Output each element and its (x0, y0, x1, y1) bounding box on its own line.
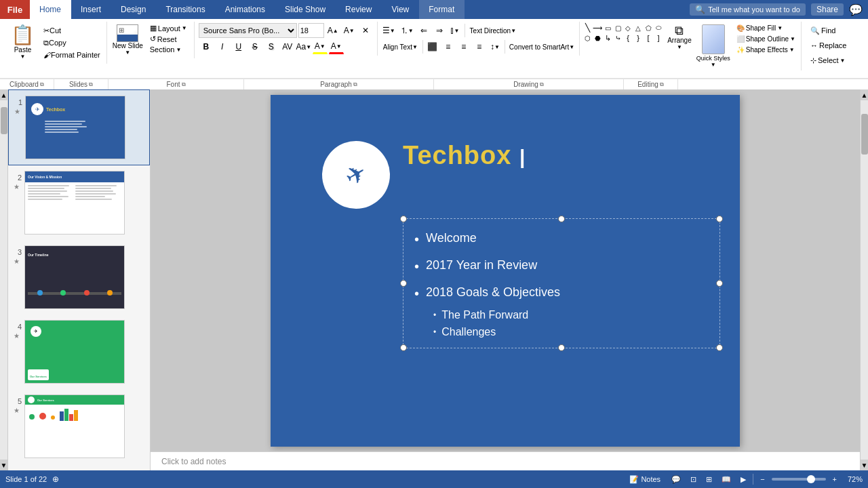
font-face-select[interactable]: Source Sans Pro (Bo... (199, 23, 297, 38)
slide-sorter-button[interactable]: ⊞ (703, 474, 715, 485)
find-button[interactable]: 🔍 Find (807, 23, 850, 38)
shape-fill-button[interactable]: 🎨 Shape Fill ▼ (734, 23, 798, 33)
clear-formatting-button[interactable]: ✕ (358, 23, 373, 38)
file-tab[interactable]: File (0, 0, 30, 19)
handle-tm[interactable] (558, 216, 565, 222)
paragraph-label[interactable]: Paragraph ⧉ (244, 79, 434, 89)
notes-button[interactable]: 📝 Notes (625, 474, 665, 485)
shape-roundrect[interactable]: ▢ (613, 23, 623, 33)
section-button[interactable]: Section ▼ (147, 45, 190, 54)
reading-view-button[interactable]: 📖 (719, 474, 734, 485)
slides-expander-icon[interactable]: ⧉ (89, 81, 93, 88)
normal-view-button[interactable]: ⊡ (688, 474, 699, 485)
comments-button[interactable]: 💬 (669, 474, 684, 485)
slide-thumb-1[interactable]: 1 ★ ✈ Techbox (8, 89, 150, 165)
handle-bl[interactable] (400, 344, 407, 351)
zoom-thumb[interactable] (807, 475, 815, 483)
numbering-button[interactable]: ⒈▼ (398, 23, 416, 38)
paste-button[interactable]: 📋 Paste ▼ (5, 23, 40, 62)
decrease-indent-button[interactable]: ⇐ (416, 23, 431, 38)
tab-design[interactable]: Design (111, 0, 156, 19)
char-spacing-button[interactable]: AV (280, 39, 295, 54)
replace-button[interactable]: ↔ Replace (807, 38, 850, 53)
slide-thumb-3[interactable]: 3 ★ Our Timeline (8, 240, 150, 314)
tab-format[interactable]: Format (419, 0, 465, 19)
font-expander-icon[interactable]: ⧉ (182, 81, 186, 88)
v-scroll-down-button[interactable]: ▼ (861, 460, 868, 470)
copy-button[interactable]: ⧉ Copy (41, 38, 102, 48)
tab-insert[interactable]: Insert (71, 0, 111, 19)
tab-transitions[interactable]: Transitions (156, 0, 215, 19)
slideshow-button[interactable]: ▶ (738, 474, 749, 485)
scroll-up-button[interactable]: ▲ (0, 89, 7, 100)
text-direction-button[interactable]: Text Direction ▼ (467, 23, 519, 38)
shape-outline-button[interactable]: ⬜ Shape Outline ▼ (734, 34, 798, 44)
shape-line[interactable]: ╲ (583, 23, 592, 33)
drawing-label[interactable]: Drawing ⧉ (434, 79, 624, 89)
slide-thumb-4[interactable]: 4 ★ Our Services ✈ (8, 314, 150, 389)
italic-button[interactable]: I (215, 39, 230, 54)
shape-diamond[interactable]: ◇ (623, 23, 633, 33)
zoom-slider[interactable] (772, 478, 826, 481)
tab-view[interactable]: View (382, 0, 419, 19)
editing-label[interactable]: Editing ⧉ (624, 79, 678, 89)
shape-more5[interactable]: { (623, 33, 633, 43)
tab-slideshow[interactable]: Slide Show (275, 0, 336, 19)
new-slide-button[interactable]: ⊞ New Slide ▼ (111, 23, 144, 57)
shape-more1[interactable]: ⬡ (583, 33, 592, 43)
font-label[interactable]: Font ⧉ (108, 79, 244, 89)
shape-more8[interactable]: ] (654, 33, 663, 43)
justify-button[interactable]: ≡ (472, 39, 487, 54)
accessibility-icon[interactable]: ⊕ (52, 474, 59, 484)
bold-button[interactable]: B (199, 39, 214, 54)
zoom-out-button[interactable]: − (757, 474, 767, 485)
notes-bar[interactable]: Click to add notes (151, 451, 860, 470)
shape-pentagon[interactable]: ⬠ (644, 23, 653, 33)
shape-rect[interactable]: ▭ (603, 23, 612, 33)
quick-styles-button[interactable]: Quick Styles ▼ (695, 23, 732, 69)
v-scroll-up-button[interactable]: ▲ (861, 89, 868, 100)
shape-more4[interactable]: ⤷ (613, 33, 623, 43)
shape-more6[interactable]: } (633, 33, 643, 43)
select-button[interactable]: ⊹ Select ▼ (807, 53, 850, 68)
slide-title[interactable]: Techbox | (403, 141, 526, 170)
handle-ml[interactable] (400, 280, 407, 287)
bullets-button[interactable]: ☰▼ (380, 23, 397, 38)
shape-triangle[interactable]: △ (633, 23, 643, 33)
slide-canvas[interactable]: ✈ Techbox | (271, 95, 740, 447)
align-left-button[interactable]: ⬛ (425, 39, 440, 54)
strikethrough-button[interactable]: S (248, 39, 262, 54)
align-center-button[interactable]: ≡ (441, 39, 456, 54)
shape-effects-button[interactable]: ✨ Shape Effects ▼ (734, 45, 798, 55)
slide-thumb-2[interactable]: 2 ★ Our Vision & Mission (8, 165, 150, 240)
format-painter-button[interactable]: 🖌 Format Painter (41, 50, 102, 60)
share-button[interactable]: Share (811, 3, 844, 16)
highlight-button[interactable]: A▼ (313, 39, 328, 54)
clipboard-expander-icon[interactable]: ⧉ (40, 81, 44, 88)
font-shrink-button[interactable]: A▼ (342, 23, 357, 38)
drawing-expander-icon[interactable]: ⧉ (540, 81, 544, 88)
shape-more2[interactable]: ⬣ (593, 33, 602, 43)
increase-indent-button[interactable]: ⇒ (432, 23, 447, 38)
zoom-in-button[interactable]: + (830, 474, 840, 485)
bullet-text-box[interactable]: • Welcome • 2017 Year in Review • 2018 G… (403, 218, 720, 348)
layout-button[interactable]: ▦ Layout ▼ (147, 23, 190, 33)
scroll-down-button[interactable]: ▼ (0, 460, 7, 470)
convert-smartart-button[interactable]: Convert to SmartArt ▼ (507, 39, 576, 54)
tab-review[interactable]: Review (336, 0, 382, 19)
font-grow-button[interactable]: A▲ (326, 23, 340, 38)
font-color-button[interactable]: A▼ (329, 39, 344, 54)
handle-bm[interactable] (558, 344, 565, 351)
editing-expander-icon[interactable]: ⧉ (660, 81, 664, 88)
handle-tl[interactable] (400, 216, 407, 222)
shape-more3[interactable]: ↳ (603, 33, 612, 43)
shape-arrow[interactable]: ⟶ (593, 23, 602, 33)
shape-more7[interactable]: [ (644, 33, 653, 43)
handle-br[interactable] (716, 344, 723, 351)
reset-button[interactable]: ↺ Reset (147, 34, 190, 44)
shape-oval[interactable]: ⬭ (654, 23, 663, 33)
zoom-level[interactable]: 72% (844, 475, 863, 483)
font-size-input[interactable] (298, 23, 324, 38)
align-right-button[interactable]: ≡ (456, 39, 471, 54)
comment-icon[interactable]: 💬 (849, 3, 863, 16)
